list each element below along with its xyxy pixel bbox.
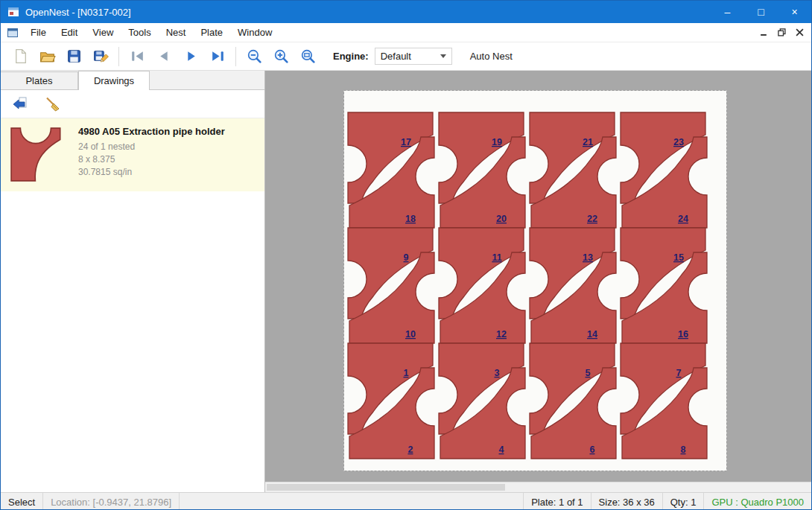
- first-arrow-icon: [129, 48, 146, 65]
- part-number: 16: [678, 329, 688, 340]
- previous-plate-button[interactable]: [150, 45, 177, 68]
- part-number: 18: [405, 214, 416, 224]
- menubar: File Edit View Tools Nest Plate Window: [1, 23, 811, 42]
- return-arrow-icon: [11, 95, 29, 113]
- part-number: 20: [496, 214, 507, 224]
- first-plate-button[interactable]: [124, 45, 150, 68]
- part-number: 1: [404, 368, 409, 378]
- mdi-restore-icon: [778, 28, 786, 36]
- plate-svg: 171819202122232491011121314151612345678: [343, 90, 727, 471]
- toolbar-separator: [118, 47, 119, 66]
- menu-view[interactable]: View: [85, 23, 121, 42]
- status-location: Location: [-0.9437, 21.8796]: [43, 493, 180, 510]
- next-arrow-icon: [183, 48, 200, 65]
- zoom-out-button[interactable]: [241, 45, 267, 68]
- last-plate-button[interactable]: [204, 45, 231, 68]
- mdi-close-icon: [796, 28, 804, 36]
- drawing-list: 4980 A05 Extraction pipe holder 24 of 1 …: [1, 118, 264, 492]
- app-icon: [7, 6, 19, 18]
- mdi-restore-button[interactable]: [773, 25, 790, 40]
- zoom-in-icon: [273, 48, 290, 65]
- return-part-button[interactable]: [10, 94, 31, 115]
- status-plate: Plate: 1 of 1: [523, 493, 590, 510]
- save-floppy-icon: [66, 48, 83, 65]
- drawing-list-item[interactable]: 4980 A05 Extraction pipe holder 24 of 1 …: [1, 118, 264, 191]
- menu-edit[interactable]: Edit: [54, 23, 85, 42]
- open-button[interactable]: [34, 45, 60, 68]
- part-number: 4: [499, 444, 504, 455]
- open-folder-icon: [39, 48, 56, 65]
- drawings-toolbar: [1, 90, 264, 118]
- part-number: 19: [492, 137, 502, 147]
- tab-plates[interactable]: Plates: [1, 71, 78, 89]
- status-gpu: GPU : Quadro P1000: [703, 493, 811, 510]
- menu-file[interactable]: File: [23, 23, 54, 42]
- zoom-out-icon: [246, 48, 263, 65]
- engine-select[interactable]: Default: [375, 48, 452, 65]
- part-number: 3: [495, 368, 500, 378]
- menu-tools[interactable]: Tools: [121, 23, 158, 42]
- save-button[interactable]: [60, 45, 87, 68]
- part-number: 8: [681, 444, 686, 455]
- save-edit-icon: [92, 48, 110, 65]
- drawing-nested-count: 24 of 1 nested: [78, 141, 225, 153]
- previous-arrow-icon: [156, 48, 173, 65]
- part-number: 9: [404, 252, 409, 263]
- mdi-close-button[interactable]: [790, 25, 808, 40]
- titlebar: OpenNest - [N0317-002] – □ ×: [1, 1, 811, 23]
- minimize-button[interactable]: –: [711, 1, 744, 23]
- auto-nest-label[interactable]: Auto Nest: [470, 51, 513, 62]
- mdi-minimize-button[interactable]: [755, 25, 773, 40]
- menu-window[interactable]: Window: [230, 23, 279, 42]
- status-size: Size: 36 x 36: [591, 493, 662, 510]
- close-button[interactable]: ×: [778, 1, 811, 23]
- left-panel: Plates Drawings: [1, 71, 265, 492]
- tabstrip: Plates Drawings: [1, 71, 264, 90]
- hscrollbar-thumb[interactable]: [267, 484, 505, 491]
- tab-drawings[interactable]: Drawings: [78, 71, 150, 90]
- part-number: 11: [492, 252, 501, 263]
- part-number: 24: [678, 214, 688, 224]
- part-number: 15: [673, 252, 684, 263]
- menu-nest[interactable]: Nest: [159, 23, 194, 42]
- maximize-button[interactable]: □: [744, 1, 778, 23]
- status-mode: Select: [1, 493, 43, 510]
- app-window: OpenNest - [N0317-002] – □ × File Edit V…: [0, 0, 812, 510]
- part-number: 10: [405, 329, 416, 340]
- menu-plate[interactable]: Plate: [193, 23, 230, 42]
- part-number: 13: [583, 252, 593, 263]
- part-number: 12: [496, 329, 507, 340]
- drawing-size: 8 x 8.375: [78, 153, 225, 166]
- part-number: 14: [587, 329, 597, 340]
- next-plate-button[interactable]: [177, 45, 204, 68]
- clear-nest-button[interactable]: [42, 94, 63, 115]
- toolbar: Engine: Default Auto Nest: [1, 42, 811, 71]
- status-qty: Qty: 1: [662, 493, 704, 510]
- mdi-minimize-icon: [760, 28, 768, 36]
- save-as-button[interactable]: [87, 45, 114, 68]
- part-number: 23: [673, 137, 684, 147]
- broom-icon: [44, 95, 62, 113]
- drawing-title: 4980 A05 Extraction pipe holder: [78, 126, 225, 137]
- zoom-in-button[interactable]: [267, 45, 294, 68]
- statusbar: Select Location: [-0.9437, 21.8796] Plat…: [1, 492, 811, 510]
- zoom-fit-button[interactable]: [294, 45, 321, 68]
- canvas-hscrollbar[interactable]: [265, 482, 811, 492]
- toolbar-separator: [235, 47, 236, 66]
- part-number: 2: [408, 444, 413, 455]
- nest-canvas[interactable]: 171819202122232491011121314151612345678: [265, 71, 811, 492]
- drawing-area: 30.7815 sq/in: [78, 166, 225, 179]
- part-number: 7: [676, 368, 682, 378]
- part-number: 21: [583, 137, 593, 147]
- window-title: OpenNest - [N0317-002]: [25, 7, 131, 18]
- zoom-fit-icon: [299, 48, 317, 65]
- last-arrow-icon: [209, 48, 226, 65]
- part-number: 17: [401, 137, 411, 147]
- part-number: 22: [587, 214, 597, 224]
- status-spacer: [180, 493, 523, 510]
- new-button[interactable]: [7, 45, 34, 68]
- part-number: 5: [586, 368, 591, 378]
- part-number: 6: [590, 444, 595, 455]
- chevron-down-icon: [440, 54, 446, 58]
- engine-label: Engine:: [333, 51, 369, 62]
